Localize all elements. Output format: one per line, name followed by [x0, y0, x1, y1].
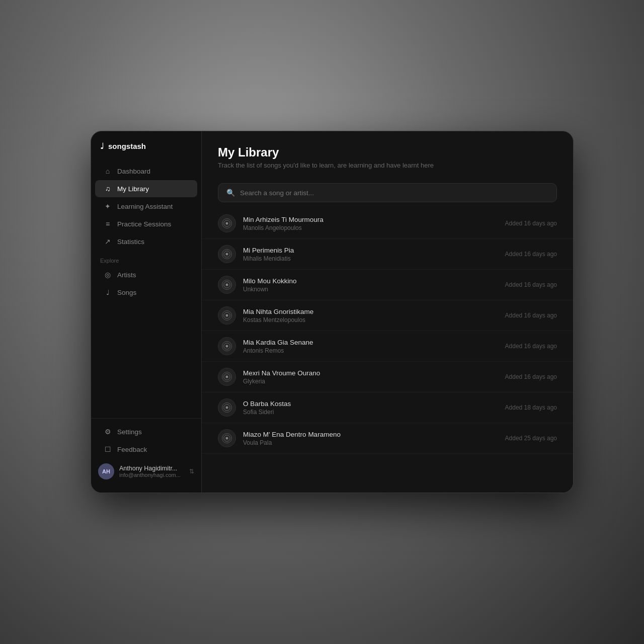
user-profile[interactable]: AH Anthony Hagidimitr... info@anthonyhag… [91, 458, 201, 485]
sidebar-item-statistics[interactable]: ↗ Statistics [95, 233, 197, 250]
main-content: My Library Track the list of songs you'd… [202, 131, 573, 493]
table-row[interactable]: Mia Kardia Gia Senane Antonis Remos Adde… [202, 331, 573, 362]
search-icon: 🔍 [226, 189, 235, 197]
dashboard-nav-icon: ⌂ [103, 167, 112, 175]
song-added-date: Added 16 days ago [505, 281, 557, 288]
song-title: Milo Mou Kokkino [243, 277, 498, 285]
song-artist: Kostas Mentzelopoulos [243, 316, 498, 324]
song-artist: Manolis Angelopoulos [243, 224, 498, 231]
search-bar[interactable]: 🔍 [218, 183, 557, 202]
song-artist: Sofia Sideri [243, 409, 498, 416]
user-email: info@anthonyhagi.com... [119, 472, 184, 478]
song-added-date: Added 18 days ago [505, 404, 557, 411]
sidebar-bottom: ⚙ Settings ☐ Feedback AH Anthony Hagidim… [91, 418, 201, 493]
table-row[interactable]: Mi Perimenis Pia Mihalis Menidiatis Adde… [202, 239, 573, 270]
app-name: songstash [108, 142, 146, 150]
vinyl-icon [222, 372, 232, 382]
song-info: Mexri Na Vroume Ourano Glykeria [243, 369, 498, 385]
song-added-date: Added 16 days ago [505, 251, 557, 258]
song-icon-4 [218, 306, 236, 325]
learning-assistant-nav-icon: ✦ [103, 202, 112, 210]
table-row[interactable]: Milo Mou Kokkino Unknown Added 16 days a… [202, 270, 573, 300]
song-info: Min Arhizeis Ti Mourmoura Manolis Angelo… [243, 216, 498, 231]
vinyl-icon [222, 280, 232, 290]
statistics-nav-label: Statistics [117, 238, 144, 246]
feedback-bottom-label: Feedback [117, 446, 147, 453]
page-title: My Library [218, 145, 557, 159]
song-added-date: Added 25 days ago [505, 435, 557, 442]
sidebar-item-dashboard[interactable]: ⌂ Dashboard [95, 163, 197, 180]
song-title: Mi Perimenis Pia [243, 247, 498, 254]
explore-section-label: Explore [91, 251, 201, 266]
table-row[interactable]: Miazo M' Ena Dentro Marameno Voula Pala … [202, 423, 573, 454]
song-icon-5 [218, 337, 236, 355]
user-info: Anthony Hagidimitr... info@anthonyhagi.c… [119, 465, 184, 478]
song-icon-7 [218, 398, 236, 417]
songs-explore-icon: ♩ [103, 288, 112, 296]
table-row[interactable]: O Barba Kostas Sofia Sideri Added 18 day… [202, 392, 573, 423]
songs-list: Min Arhizeis Ti Mourmoura Manolis Angelo… [202, 206, 573, 493]
song-info: Mia Nihta Gnoristikame Kostas Mentzelopo… [243, 308, 498, 324]
vinyl-icon [222, 218, 232, 228]
song-artist: Glykeria [243, 378, 498, 385]
chevron-icon: ⇅ [189, 468, 194, 475]
sidebar: ♩ songstash ⌂ Dashboard ♫ My Library ✦ L… [91, 131, 202, 493]
song-added-date: Added 16 days ago [505, 373, 557, 380]
song-title: Mia Kardia Gia Senane [243, 339, 498, 346]
vinyl-icon [222, 403, 232, 413]
artists-explore-label: Artists [117, 271, 136, 279]
song-icon-3 [218, 276, 236, 294]
page-subtitle: Track the list of songs you'd like to le… [218, 162, 557, 169]
device-frame: ♩ songstash ⌂ Dashboard ♫ My Library ✦ L… [91, 131, 574, 493]
song-artist: Unknown [243, 286, 498, 293]
logo-icon: ♩ [100, 141, 104, 151]
vinyl-icon [222, 433, 232, 443]
search-input[interactable] [240, 189, 548, 197]
song-added-date: Added 16 days ago [505, 312, 557, 319]
practice-sessions-nav-icon: ≡ [103, 220, 112, 228]
song-icon-8 [218, 429, 236, 447]
song-title: Min Arhizeis Ti Mourmoura [243, 216, 498, 223]
song-info: Miazo M' Ena Dentro Marameno Voula Pala [243, 431, 498, 446]
song-artist: Antonis Remos [243, 347, 498, 354]
user-name: Anthony Hagidimitr... [119, 465, 184, 472]
song-icon-1 [218, 214, 236, 232]
sidebar-item-settings[interactable]: ⚙ Settings [95, 423, 197, 440]
song-icon-2 [218, 245, 236, 263]
my-library-nav-icon: ♫ [103, 185, 112, 193]
song-info: O Barba Kostas Sofia Sideri [243, 400, 498, 416]
sidebar-item-practice-sessions[interactable]: ≡ Practice Sessions [95, 215, 197, 232]
sidebar-item-learning-assistant[interactable]: ✦ Learning Assistant [95, 198, 197, 215]
vinyl-icon [222, 341, 232, 351]
sidebar-item-feedback[interactable]: ☐ Feedback [95, 441, 197, 458]
song-icon-6 [218, 368, 236, 386]
songs-explore-label: Songs [117, 289, 136, 296]
my-library-nav-label: My Library [117, 185, 149, 193]
song-title: O Barba Kostas [243, 400, 498, 408]
sidebar-item-artists[interactable]: ◎ Artists [95, 266, 197, 283]
song-info: Mia Kardia Gia Senane Antonis Remos [243, 339, 498, 354]
table-row[interactable]: Min Arhizeis Ti Mourmoura Manolis Angelo… [202, 208, 573, 239]
song-artist: Voula Pala [243, 439, 498, 446]
song-info: Milo Mou Kokkino Unknown [243, 277, 498, 293]
song-artist: Mihalis Menidiatis [243, 255, 498, 262]
avatar: AH [98, 463, 114, 479]
sidebar-item-my-library[interactable]: ♫ My Library [95, 180, 197, 197]
song-info: Mi Perimenis Pia Mihalis Menidiatis [243, 247, 498, 262]
dashboard-nav-label: Dashboard [117, 168, 150, 175]
feedback-bottom-icon: ☐ [103, 445, 112, 453]
song-added-date: Added 16 days ago [505, 220, 557, 227]
table-row[interactable]: Mia Nihta Gnoristikame Kostas Mentzelopo… [202, 300, 573, 331]
statistics-nav-icon: ↗ [103, 237, 112, 246]
practice-sessions-nav-label: Practice Sessions [117, 220, 171, 228]
table-row[interactable]: Mexri Na Vroume Ourano Glykeria Added 16… [202, 362, 573, 392]
vinyl-icon [222, 249, 232, 259]
app-logo: ♩ songstash [91, 131, 201, 160]
settings-bottom-icon: ⚙ [103, 428, 112, 436]
sidebar-item-songs[interactable]: ♩ Songs [95, 284, 197, 301]
song-title: Mexri Na Vroume Ourano [243, 369, 498, 377]
settings-bottom-label: Settings [117, 428, 142, 436]
learning-assistant-nav-label: Learning Assistant [117, 203, 173, 210]
song-title: Miazo M' Ena Dentro Marameno [243, 431, 498, 438]
vinyl-icon [222, 310, 232, 320]
